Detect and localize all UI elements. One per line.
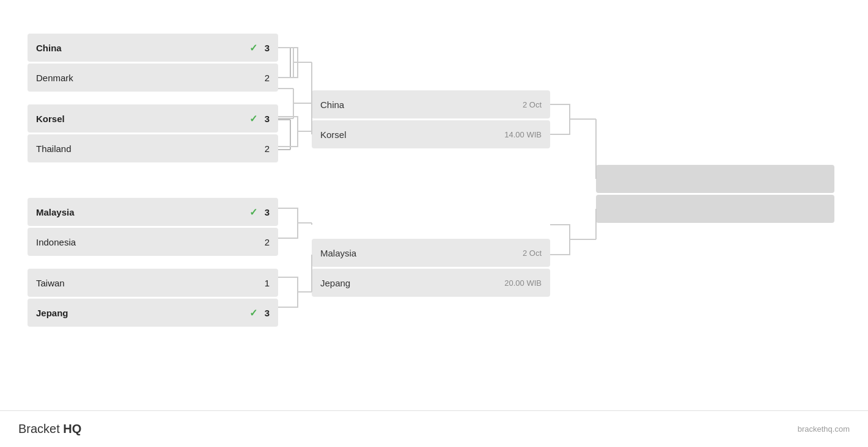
team-name: Denmark: [36, 73, 73, 83]
team-taiwan-r1: Taiwan 1: [28, 269, 278, 297]
sf-match-1: China 2 Oct Korsel 14.00 WIB: [312, 90, 550, 148]
winner-check-icon: ✓: [249, 42, 257, 54]
team-score: 3: [262, 207, 270, 217]
footer-url: brackethq.com: [798, 424, 850, 434]
team-korsel-r2: Korsel 14.00 WIB: [312, 120, 550, 148]
team-score: 2: [262, 73, 270, 83]
match-date: 2 Oct: [523, 100, 542, 109]
team-name: Korsel: [36, 114, 65, 124]
score-area: 2: [262, 237, 270, 247]
winner-check-icon: ✓: [249, 206, 257, 218]
team-name: China: [320, 100, 344, 110]
round2: China 2 Oct Korsel 14.00 WIB Malaysia 2 …: [312, 90, 550, 299]
score-area: ✓ 3: [249, 42, 270, 54]
team-china-r2: China 2 Oct: [312, 90, 550, 118]
team-indonesia-r1: Indonesia 2: [28, 228, 278, 256]
team-score: 2: [262, 237, 270, 247]
round3: [596, 165, 834, 223]
team-score: 3: [262, 114, 270, 124]
brand-bold: HQ: [63, 422, 81, 435]
winner-check-icon: ✓: [249, 307, 257, 319]
match-group-1: China ✓ 3 Denmark 2: [28, 34, 278, 92]
final-team2: [596, 195, 834, 223]
team-malaysia-r2: Malaysia 2 Oct: [312, 239, 550, 267]
match-time: 14.00 WIB: [504, 130, 542, 139]
team-score: 3: [262, 43, 270, 53]
team-malaysia-r1: Malaysia ✓ 3: [28, 198, 278, 226]
team-jepang-r1: Jepang ✓ 3: [28, 299, 278, 327]
sf-match-2: Malaysia 2 Oct Jepang 20.00 WIB: [312, 239, 550, 297]
team-name: Taiwan: [36, 278, 65, 288]
score-area: 1: [262, 278, 270, 288]
match-group-3: Malaysia ✓ 3 Indonesia 2: [28, 198, 278, 256]
match-date: 2 Oct: [523, 249, 542, 258]
score-area: ✓ 3: [249, 113, 270, 125]
round1: China ✓ 3 Denmark 2 Korsel ✓ 3: [28, 34, 278, 329]
team-denmark-r1: Denmark 2: [28, 64, 278, 92]
score-area: 2: [262, 144, 270, 154]
footer-brand: Bracket HQ: [18, 422, 81, 436]
team-jepang-r2: Jepang 20.00 WIB: [312, 269, 550, 297]
match-time: 20.00 WIB: [504, 278, 542, 288]
team-name: Korsel: [320, 129, 347, 140]
match-group-4: Taiwan 1 Jepang ✓ 3: [28, 269, 278, 327]
team-name: China: [36, 43, 62, 53]
team-thailand-r1: Thailand 2: [28, 134, 278, 162]
team-score: 1: [262, 278, 270, 288]
footer: Bracket HQ brackethq.com: [0, 410, 868, 447]
team-score: 3: [262, 308, 270, 318]
team-china-r1: China ✓ 3: [28, 34, 278, 62]
final-team1: [596, 165, 834, 193]
team-score: 2: [262, 144, 270, 154]
team-name: Jepang: [320, 278, 350, 288]
team-name: Malaysia: [320, 248, 356, 258]
team-name: Indonesia: [36, 237, 76, 247]
brand-light: Bracket: [18, 422, 63, 435]
winner-check-icon: ✓: [249, 113, 257, 125]
score-area: ✓ 3: [249, 307, 270, 319]
match-group-2: Korsel ✓ 3 Thailand 2: [28, 104, 278, 162]
team-name: Jepang: [36, 308, 68, 318]
score-area: 2: [262, 73, 270, 83]
team-name: Thailand: [36, 144, 72, 154]
team-name: Malaysia: [36, 207, 75, 217]
team-korsel-r1: Korsel ✓ 3: [28, 104, 278, 133]
score-area: ✓ 3: [249, 206, 270, 218]
